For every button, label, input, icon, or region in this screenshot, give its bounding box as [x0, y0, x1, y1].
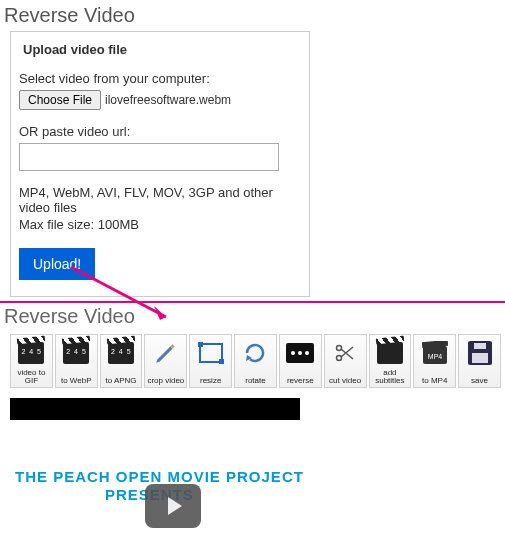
tool-label: to WebP	[61, 377, 92, 385]
mp4-icon: MP4	[420, 338, 450, 368]
tool-reverse[interactable]: reverse	[279, 334, 322, 388]
tool-video-to-gif[interactable]: 2 4 5 video to GIF	[10, 334, 53, 388]
tool-to-webp[interactable]: 2 4 5 to WebP	[55, 334, 98, 388]
tool-add-subtitles[interactable]: add subtitles	[369, 334, 412, 388]
tool-to-apng[interactable]: 2 4 5 to APNG	[100, 334, 143, 388]
preview-text-line2: PRESENTS	[105, 486, 315, 504]
second-page-title: Reverse Video	[0, 303, 505, 334]
upload-button[interactable]: Upload!	[19, 248, 95, 280]
tool-to-mp4[interactable]: MP4 to MP4	[413, 334, 456, 388]
clapperboard-icon: 2 4 5	[61, 338, 91, 368]
tool-cut-video[interactable]: cut video	[324, 334, 367, 388]
upload-box: Upload video file Select video from your…	[10, 31, 310, 297]
tool-label: cut video	[329, 377, 361, 385]
clapperboard-icon	[375, 338, 405, 368]
tool-label: to APNG	[105, 377, 136, 385]
formats-text: MP4, WebM, AVI, FLV, MOV, 3GP and other …	[19, 185, 299, 215]
tool-rotate[interactable]: rotate	[234, 334, 277, 388]
choose-file-button[interactable]: Choose File	[19, 90, 101, 110]
tool-save[interactable]: save	[458, 334, 501, 388]
tool-resize[interactable]: resize	[189, 334, 232, 388]
or-paste-label: OR paste video url:	[19, 124, 299, 139]
video-url-input[interactable]	[19, 143, 279, 171]
tool-label: reverse	[287, 377, 314, 385]
tool-label: video to GIF	[11, 369, 52, 385]
tool-label: crop video	[147, 377, 184, 385]
clapperboard-icon: 2 4 5	[106, 338, 136, 368]
video-preview: THE PEACH OPEN MOVIE PROJECT PRESENTS	[15, 468, 315, 550]
tool-label: rotate	[245, 377, 265, 385]
tool-crop-video[interactable]: crop video	[144, 334, 187, 388]
select-label: Select video from your computer:	[19, 71, 299, 86]
clapperboard-icon: 2 4 5	[16, 338, 46, 368]
tool-label: resize	[200, 377, 221, 385]
tool-label: to MP4	[422, 377, 447, 385]
reverse-icon	[285, 338, 315, 368]
tool-label: add subtitles	[370, 369, 411, 385]
play-button[interactable]	[145, 484, 201, 528]
file-row: Choose File ilovefreesoftware.webm	[19, 90, 299, 110]
toolbar: 2 4 5 video to GIF 2 4 5 to WebP 2 4 5 t…	[0, 334, 505, 390]
video-bar-top	[10, 398, 300, 420]
scissors-icon	[330, 338, 360, 368]
page-title: Reverse Video	[0, 0, 505, 31]
selected-file-name: ilovefreesoftware.webm	[105, 93, 231, 107]
rotate-icon	[240, 338, 270, 368]
svg-text:MP4: MP4	[428, 353, 443, 360]
tool-label: save	[471, 377, 488, 385]
resize-icon	[196, 338, 226, 368]
upload-legend: Upload video file	[21, 42, 129, 57]
maxsize-text: Max file size: 100MB	[19, 217, 299, 232]
save-icon	[465, 338, 495, 368]
pencil-icon	[151, 338, 181, 368]
